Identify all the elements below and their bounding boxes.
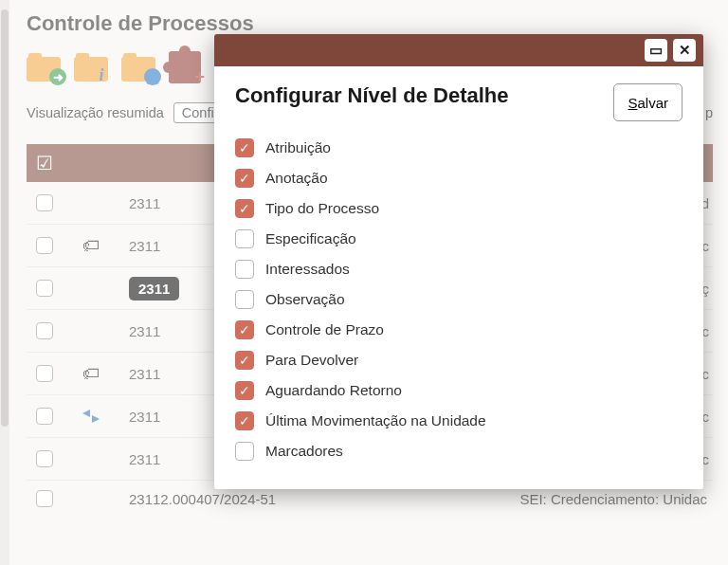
detail-option-label: Interessados (265, 261, 350, 278)
modal-title: Configurar Nível de Detalhe (235, 83, 509, 108)
config-detail-modal: ▭ ✕ Configurar Nível de Detalhe Salvar ✓… (214, 34, 703, 489)
detail-option-label: Controle de Prazo (265, 321, 384, 338)
checkbox-checked-icon[interactable]: ✓ (235, 381, 254, 400)
detail-option-label: Anotação (265, 170, 328, 187)
checkbox-checked-icon[interactable]: ✓ (235, 138, 254, 157)
checkbox-unchecked-icon[interactable] (235, 260, 254, 279)
checkbox-unchecked-icon[interactable] (235, 290, 254, 309)
detail-option[interactable]: Observação (235, 290, 682, 309)
detail-option-label: Observação (265, 291, 345, 308)
detail-option[interactable]: ✓Anotação (235, 169, 682, 188)
checkbox-checked-icon[interactable]: ✓ (235, 169, 254, 188)
detail-option-label: Tipo do Processo (265, 200, 379, 217)
checkbox-unchecked-icon[interactable] (235, 229, 254, 248)
detail-option[interactable]: Interessados (235, 260, 682, 279)
detail-option[interactable]: ✓Aguardando Retorno (235, 381, 682, 400)
detail-option-label: Marcadores (265, 443, 343, 460)
detail-option-label: Para Devolver (265, 352, 358, 369)
detail-option[interactable]: ✓Controle de Prazo (235, 320, 682, 339)
detail-option[interactable]: ✓Para Devolver (235, 351, 682, 370)
save-button[interactable]: Salvar (613, 83, 682, 121)
checkbox-checked-icon[interactable]: ✓ (235, 351, 254, 370)
checkbox-unchecked-icon[interactable] (235, 442, 254, 461)
modal-titlebar: ▭ ✕ (214, 34, 703, 66)
checkbox-checked-icon[interactable]: ✓ (235, 320, 254, 339)
detail-option-label: Atribuição (265, 139, 331, 156)
detail-option[interactable]: Marcadores (235, 442, 682, 461)
minimize-icon[interactable]: ▭ (645, 39, 667, 62)
detail-option[interactable]: Especificação (235, 229, 682, 248)
checkbox-checked-icon[interactable]: ✓ (235, 199, 254, 218)
detail-option[interactable]: ✓Tipo do Processo (235, 199, 682, 218)
detail-option-label: Especificação (265, 230, 356, 247)
detail-option-label: Aguardando Retorno (265, 382, 402, 399)
close-icon[interactable]: ✕ (673, 39, 696, 62)
checkbox-checked-icon[interactable]: ✓ (235, 411, 254, 430)
detail-option[interactable]: ✓Última Movimentação na Unidade (235, 411, 682, 430)
detail-option[interactable]: ✓Atribuição (235, 138, 682, 157)
detail-option-label: Última Movimentação na Unidade (265, 412, 486, 429)
